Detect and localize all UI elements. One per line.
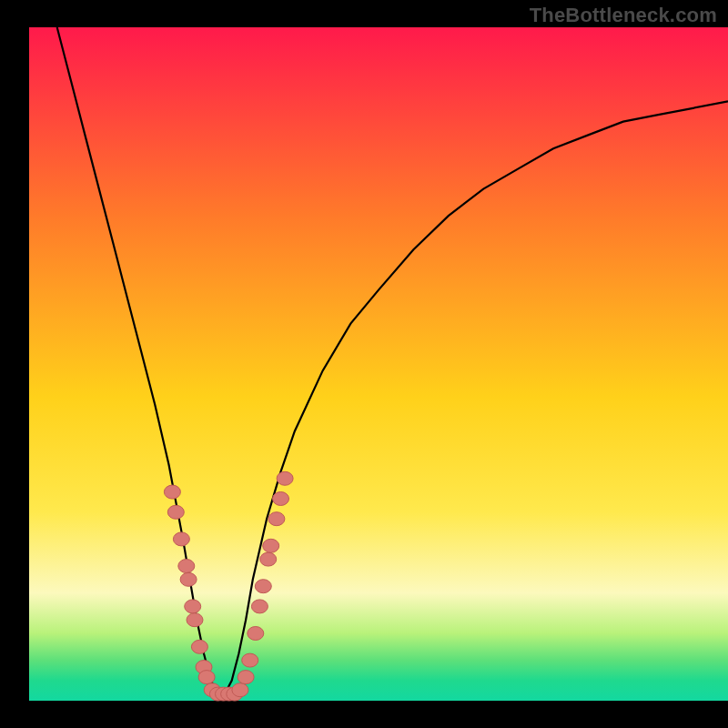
marker-point bbox=[180, 572, 197, 586]
marker-point bbox=[248, 627, 264, 641]
marker-point bbox=[263, 539, 279, 552]
marker-point bbox=[185, 600, 201, 613]
marker-point bbox=[273, 492, 289, 506]
marker-point bbox=[167, 505, 184, 519]
marker-point bbox=[242, 653, 258, 667]
bottleneck-chart bbox=[0, 0, 728, 728]
watermark-label: TheBottleneck.com bbox=[530, 4, 717, 27]
marker-point bbox=[198, 671, 215, 684]
marker-point bbox=[255, 580, 271, 593]
marker-point bbox=[268, 512, 285, 526]
marker-point bbox=[232, 683, 248, 697]
marker-point bbox=[173, 532, 189, 546]
marker-point bbox=[277, 471, 293, 485]
marker-point bbox=[164, 485, 180, 499]
marker-point bbox=[191, 640, 207, 653]
marker-point bbox=[187, 613, 203, 627]
marker-point bbox=[178, 560, 195, 573]
marker-point bbox=[238, 671, 254, 684]
marker-point bbox=[251, 600, 268, 613]
marker-point bbox=[260, 552, 277, 566]
plot-background bbox=[29, 27, 728, 701]
chart-stage: TheBottleneck.com bbox=[0, 0, 728, 728]
